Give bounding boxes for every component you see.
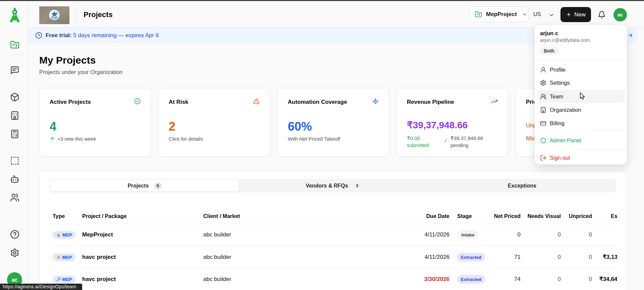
svg-text:BUILDERS: BUILDERS bbox=[52, 19, 57, 20]
